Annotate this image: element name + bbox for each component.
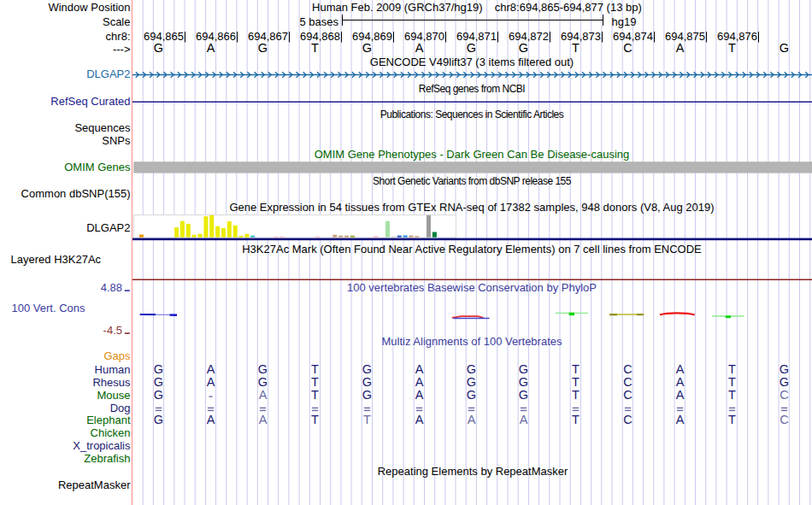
svg-text:--->: ---> (113, 43, 131, 56)
svg-text:Window Position: Window Position (48, 1, 130, 14)
svg-text:694,875: 694,875 (665, 30, 705, 43)
svg-text:G: G (467, 375, 476, 389)
svg-text:A: A (676, 362, 685, 376)
svg-text:A: A (207, 413, 215, 426)
svg-text:-4.5: -4.5 (103, 324, 122, 337)
svg-text:A: A (259, 413, 268, 426)
svg-text:G: G (258, 375, 268, 389)
svg-text:A: A (520, 413, 528, 426)
svg-text:Repeating Elements by RepeatMa: Repeating Elements by RepeatMasker (378, 465, 568, 478)
svg-text:G: G (362, 41, 372, 55)
svg-text:Gaps: Gaps (103, 349, 131, 362)
svg-text:G: G (154, 41, 163, 55)
svg-text:Sequences: Sequences (74, 121, 131, 134)
svg-text:C: C (623, 41, 632, 55)
svg-text:A: A (207, 362, 215, 376)
svg-text:G: G (258, 41, 268, 55)
svg-text:T: T (311, 41, 319, 55)
svg-text:694,865: 694,865 (144, 30, 184, 43)
svg-text:A: A (259, 388, 268, 402)
svg-text:T: T (311, 388, 319, 402)
svg-text:GENCODE V49lift37 (3 items fil: GENCODE V49lift37 (3 items filtered out) (370, 56, 574, 68)
svg-text:G: G (467, 362, 476, 376)
svg-text:G: G (519, 41, 528, 55)
svg-text:C: C (623, 413, 632, 426)
svg-text:A: A (415, 413, 424, 426)
svg-text:H3K27Ac Mark (Often Found Near: H3K27Ac Mark (Often Found Near Active Re… (242, 243, 702, 255)
svg-text:G: G (519, 375, 528, 389)
svg-text:T: T (572, 362, 580, 376)
svg-text:A: A (415, 375, 424, 389)
svg-text:T: T (311, 362, 319, 376)
svg-text:G: G (519, 388, 528, 402)
svg-text:Common dbSNP(155): Common dbSNP(155) (21, 187, 131, 200)
svg-text:RefSeq Curated: RefSeq Curated (50, 95, 130, 108)
svg-text:chr8:: chr8: (106, 30, 131, 43)
svg-text:T: T (572, 41, 580, 55)
svg-text:Scale: Scale (103, 15, 131, 28)
svg-text:694,869: 694,869 (352, 30, 392, 43)
svg-text:Layered H3K27Ac: Layered H3K27Ac (11, 253, 102, 266)
svg-text:C: C (780, 388, 788, 402)
svg-text:hg19: hg19 (612, 15, 637, 28)
svg-text:T: T (728, 362, 736, 376)
svg-text:694,872: 694,872 (509, 30, 549, 43)
svg-text:694,871: 694,871 (456, 30, 497, 43)
svg-text:Dog: Dog (110, 402, 131, 414)
svg-text:T: T (728, 388, 736, 402)
svg-text:G: G (362, 375, 372, 389)
svg-text:694,873: 694,873 (561, 30, 601, 43)
svg-text:G: G (154, 362, 163, 376)
svg-text:694,866: 694,866 (196, 30, 236, 43)
svg-text:Elephant: Elephant (86, 414, 131, 426)
svg-text:G: G (780, 375, 789, 389)
svg-text:G: G (362, 388, 372, 402)
svg-text:A: A (415, 388, 424, 402)
svg-text:694,874: 694,874 (613, 30, 653, 43)
svg-text:Human: Human (95, 363, 131, 376)
svg-text:Multiz Alignments of 100 Verte: Multiz Alignments of 100 Vertebrates (381, 335, 562, 348)
svg-text:C: C (623, 375, 632, 389)
svg-text:DLGAP2: DLGAP2 (86, 68, 130, 80)
svg-text:T: T (728, 413, 736, 426)
svg-text:G: G (154, 388, 163, 402)
svg-text:G: G (154, 375, 163, 389)
svg-text:100 Vert. Cons: 100 Vert. Cons (12, 302, 85, 314)
svg-text:100 vertebrates Basewise Conse: 100 vertebrates Basewise Conservation by… (347, 281, 597, 294)
svg-text:A: A (415, 362, 424, 376)
svg-text:OMIM Gene Phenotypes - Dark Gr: OMIM Gene Phenotypes - Dark Green Can Be… (315, 148, 630, 161)
svg-text:chr8:694,865-694,877 (13 bp): chr8:694,865-694,877 (13 bp) (495, 1, 642, 14)
svg-text:Zebrafish: Zebrafish (84, 452, 130, 465)
svg-text:694,870: 694,870 (404, 30, 444, 43)
svg-text:G: G (154, 413, 163, 426)
svg-text:A: A (207, 41, 215, 55)
svg-text:G: G (519, 362, 528, 376)
svg-text:T: T (572, 375, 580, 389)
svg-text:X_tropicalis: X_tropicalis (73, 439, 131, 452)
svg-text:T: T (311, 375, 319, 389)
svg-text:Chicken: Chicken (91, 426, 131, 439)
svg-text:G: G (467, 41, 476, 55)
svg-text:A: A (676, 375, 685, 389)
svg-text:T: T (572, 413, 580, 426)
svg-text:T: T (728, 375, 736, 389)
svg-text:Human Feb. 2009 (GRCh37/hg19): Human Feb. 2009 (GRCh37/hg19) (312, 1, 482, 14)
svg-text:694,867: 694,867 (248, 30, 288, 43)
svg-text:Gene Expression in 54 tissues: Gene Expression in 54 tissues from GTEx … (229, 201, 714, 214)
svg-text:T: T (572, 388, 580, 402)
svg-text:G: G (467, 388, 476, 402)
svg-text:A: A (676, 388, 685, 402)
svg-text:G: G (258, 362, 268, 376)
svg-text:RefSeq genes from NCBI: RefSeq genes from NCBI (419, 83, 526, 95)
svg-text:G: G (780, 41, 789, 55)
svg-text:C: C (623, 388, 632, 402)
svg-text:T: T (363, 413, 371, 426)
svg-text:A: A (415, 41, 424, 55)
svg-text:A: A (676, 41, 685, 55)
svg-text:4.88: 4.88 (101, 281, 122, 294)
svg-text:Rhesus: Rhesus (92, 376, 131, 389)
svg-text:A: A (676, 413, 685, 426)
svg-text:C: C (623, 362, 632, 376)
svg-text:5 bases: 5 bases (299, 15, 338, 28)
svg-text:SNPs: SNPs (102, 134, 131, 147)
